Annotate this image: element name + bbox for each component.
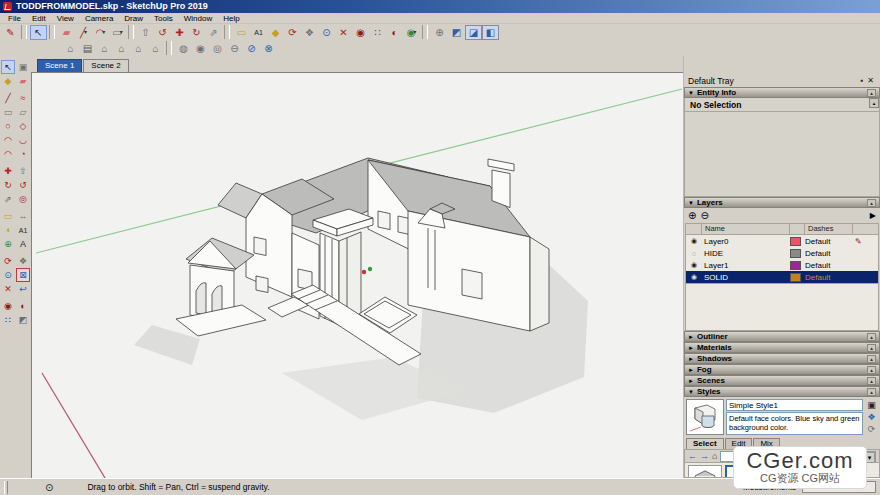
rail-circle-button[interactable]: ○ xyxy=(1,119,15,133)
remove-layer-button[interactable]: ⊖ xyxy=(700,210,708,221)
scenes-header[interactable]: ► Scenes ▴ xyxy=(684,375,880,386)
rail-zoom-previous-button[interactable]: ↩ xyxy=(16,282,30,296)
move-tool-button[interactable]: ✚ xyxy=(171,25,188,40)
pin-icon[interactable]: ▪ xyxy=(858,76,865,85)
paint-bucket-button[interactable]: ◆ xyxy=(267,25,284,40)
rail-offset-button[interactable]: ◎ xyxy=(16,192,30,206)
rail-eraser-button[interactable]: ▰ xyxy=(16,74,30,88)
follow-me-tool-button[interactable]: ↺ xyxy=(154,25,171,40)
subtract-button[interactable]: ⊖ xyxy=(226,41,243,56)
eye-icon[interactable]: ◉ xyxy=(686,273,702,281)
menu-camera[interactable]: Camera xyxy=(80,13,118,24)
rail-make-component-button[interactable]: ▣ xyxy=(16,60,30,74)
section-scroll-button[interactable]: ▴ xyxy=(867,355,876,363)
line-tool-button[interactable]: ╱▾ xyxy=(75,25,92,40)
menu-draw[interactable]: Draw xyxy=(119,13,148,24)
rail-zoom-button[interactable]: ⊙ xyxy=(1,268,15,282)
rail-line-button[interactable]: ╱ xyxy=(1,91,15,105)
rail-move-button[interactable]: ✚ xyxy=(1,164,15,178)
styles-header[interactable]: ▼ Styles ▴ xyxy=(684,386,880,397)
scene-tab-1[interactable]: Scene 1 xyxy=(37,59,82,72)
layer-row-solid[interactable]: ◉ SOLID Default xyxy=(686,271,878,283)
layer-color-swatch[interactable] xyxy=(790,273,801,282)
position-camera-button[interactable]: ◉ xyxy=(352,25,369,40)
split-button[interactable]: ⊗ xyxy=(260,41,277,56)
secondary-pane-icon[interactable]: ▣ xyxy=(867,400,876,410)
section-scroll-button[interactable]: ▴ xyxy=(867,377,876,385)
axes-tool-button[interactable]: ⊕ xyxy=(431,25,448,40)
layer-color-swatch[interactable] xyxy=(790,249,801,258)
layer-color-swatch[interactable] xyxy=(790,261,801,270)
column-dashes[interactable]: Dashes xyxy=(805,224,853,234)
edit-style-button[interactable]: ✎ xyxy=(2,25,19,40)
scroll-up-icon[interactable]: ▴ xyxy=(869,98,879,108)
shadows-header[interactable]: ► Shadows ▴ xyxy=(684,353,880,364)
section-fills-button[interactable]: ◧ xyxy=(482,25,499,40)
rail-freehand-button[interactable]: ≈ xyxy=(16,91,30,105)
arc-tool-button[interactable]: ◠▾ xyxy=(92,25,109,40)
rail-orbit-button[interactable]: ⟳ xyxy=(1,254,15,268)
rail-zoom-extents-button[interactable]: ✕ xyxy=(1,282,15,296)
back-icon[interactable]: ← xyxy=(688,451,697,461)
rotate-tool-button[interactable]: ↻ xyxy=(188,25,205,40)
scale-tool-button[interactable]: ⇗ xyxy=(205,25,222,40)
rail-scale-button[interactable]: ⇗ xyxy=(1,192,15,206)
rail-position-camera-button[interactable]: ◉ xyxy=(1,299,15,313)
select-tool-button[interactable]: ↖ xyxy=(30,25,47,40)
intersect-button[interactable]: ◉ xyxy=(192,41,209,56)
layer-details-button[interactable]: ▶ xyxy=(870,211,876,220)
section-scroll-button[interactable]: ▴ xyxy=(867,333,876,341)
layer-dashes[interactable]: Default xyxy=(805,249,855,258)
menu-view[interactable]: View xyxy=(52,13,79,24)
layer-row-layer0[interactable]: ◉ Layer0 Default ✎ xyxy=(686,235,878,247)
home-icon[interactable]: ⌂ xyxy=(712,451,717,461)
menu-edit[interactable]: Edit xyxy=(27,13,51,24)
outliner-header[interactable]: ► Outliner ▴ xyxy=(684,331,880,342)
menu-window[interactable]: Window xyxy=(179,13,217,24)
pan-tool-button[interactable]: ❖ xyxy=(301,25,318,40)
zoom-extents-button[interactable]: ✕ xyxy=(335,25,352,40)
tape-measure-button[interactable]: ▭ xyxy=(233,25,250,40)
front-view-button[interactable]: ⌂ xyxy=(96,41,113,56)
rail-walk-button[interactable]: ∷ xyxy=(1,313,15,327)
rail-follow-me-button[interactable]: ↺ xyxy=(16,178,30,192)
menu-help[interactable]: Help xyxy=(218,13,244,24)
union-button[interactable]: ◎ xyxy=(209,41,226,56)
rail-dimension-button[interactable]: ↔ xyxy=(16,209,30,223)
model-viewport[interactable] xyxy=(31,72,683,478)
update-style-icon[interactable]: ⟳ xyxy=(868,424,876,434)
walk-tool-button[interactable]: ∷ xyxy=(369,25,386,40)
rail-3d-text-button[interactable]: A xyxy=(16,237,30,251)
entity-info-header[interactable]: ▼ Entity Info ▴ xyxy=(684,87,880,98)
add-layer-button[interactable]: ⊕ xyxy=(688,210,696,221)
rail-polygon-button[interactable]: ◇ xyxy=(16,119,30,133)
rail-rectangle-button[interactable]: ▭ xyxy=(1,105,15,119)
section-plane-button[interactable]: ◩ xyxy=(448,25,465,40)
back-view-button[interactable]: ⌂ xyxy=(130,41,147,56)
eraser-tool-button[interactable]: ▰ xyxy=(58,25,75,40)
section-scroll-button[interactable]: ▴ xyxy=(867,344,876,352)
rail-section-plane-button[interactable]: ◩ xyxy=(16,313,30,327)
right-view-button[interactable]: ⌂ xyxy=(113,41,130,56)
style-name-field[interactable]: Simple Style1 xyxy=(726,399,863,411)
trim-button[interactable]: ⊘ xyxy=(243,41,260,56)
rail-protractor-button[interactable]: ◖ xyxy=(1,223,15,237)
rail-tape-measure-button[interactable]: ▭ xyxy=(1,209,15,223)
menu-file[interactable]: File xyxy=(3,13,26,24)
shapes-tool-button[interactable]: ▭▾ xyxy=(109,25,126,40)
top-view-button[interactable]: ▤ xyxy=(79,41,96,56)
rail-rotate-button[interactable]: ↻ xyxy=(1,178,15,192)
section-cuts-button[interactable]: ◪ xyxy=(465,25,482,40)
rail-pie-button[interactable]: ◔ xyxy=(16,147,30,161)
forward-icon[interactable]: → xyxy=(700,451,709,461)
zoom-tool-button[interactable]: ⊙ xyxy=(318,25,335,40)
outer-shell-button[interactable]: ◍ xyxy=(175,41,192,56)
rail-look-around-button[interactable]: ◐ xyxy=(16,299,30,313)
rail-axes-button[interactable]: ⊕ xyxy=(1,237,15,251)
rail-three-point-arc-button[interactable]: ◠ xyxy=(1,147,15,161)
text-tool-button[interactable]: A1 xyxy=(250,25,267,40)
layer-dashes[interactable]: Default xyxy=(805,261,855,270)
iso-view-button[interactable]: ⌂ xyxy=(62,41,79,56)
layer-color-swatch[interactable] xyxy=(790,237,801,246)
section-scroll-button[interactable]: ▴ xyxy=(867,89,876,97)
